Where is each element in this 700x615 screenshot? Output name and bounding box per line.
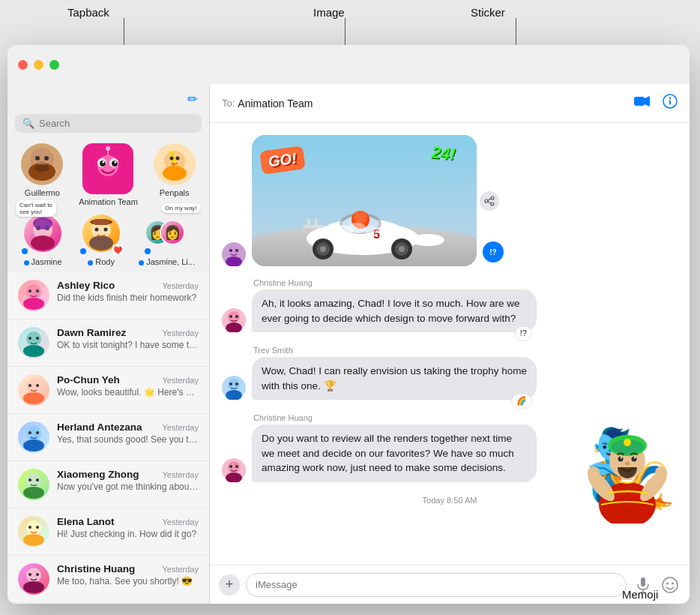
emoji-picker-button[interactable] [660, 574, 681, 596]
pinned-contact-jasmine-li[interactable]: On my way! 👩 👩 Jasmine, Li... [139, 212, 195, 266]
image-message-container: 5 [222, 135, 504, 266]
24h-sticker: 24! [431, 143, 456, 165]
svg-rect-86 [303, 225, 324, 228]
tapback-annotation-label: Tapback [67, 6, 109, 19]
svg-point-123 [625, 462, 630, 466]
svg-point-50 [23, 487, 44, 499]
trev-sender-label: Trev Smith [253, 346, 537, 355]
xiaomeng-name: Xiaomeng Zhong [57, 469, 139, 480]
christine-conv-preview: Me too, haha. See you shortly! 😎 [57, 575, 199, 588]
conv-item-herland[interactable]: Herland Antezana Yesterday Yes, that sou… [7, 414, 209, 461]
svg-point-99 [229, 315, 232, 318]
herland-preview: Yes, that sounds good! See you then. [57, 434, 199, 446]
conv-item-elena[interactable]: Elena Lanot Yesterday Hi! Just checking … [7, 508, 209, 556]
svg-point-55 [28, 526, 31, 529]
tapback-badge-17: !? [515, 326, 532, 341]
christine-msg-1-row: Ah, it looks amazing, Chad! I love it so… [222, 290, 537, 332]
christine-conv-avatar [18, 563, 49, 595]
info-icon[interactable] [663, 94, 678, 112]
svg-point-103 [229, 382, 232, 386]
pinned-contact-rody[interactable]: ❤️ Rody [80, 212, 122, 266]
svg-point-28 [89, 236, 113, 250]
svg-rect-61 [634, 97, 645, 106]
svg-point-32 [104, 228, 108, 232]
guillermo-name: Guillermo [25, 188, 60, 197]
svg-point-118 [624, 439, 631, 446]
svg-point-15 [106, 146, 110, 151]
add-attachment-button[interactable]: + [219, 574, 240, 596]
penpals-avatar [154, 143, 196, 185]
svg-point-93 [485, 200, 488, 202]
rody-unread-dot [80, 248, 86, 254]
conv-item-ashley[interactable]: Ashley Rico Yesterday Did the kids finis… [7, 272, 209, 320]
elena-info: Elena Lanot Yesterday Hi! Just checking … [57, 516, 199, 541]
ashley-preview: Did the kids finish their homework? [57, 292, 199, 304]
svg-point-38 [23, 345, 44, 357]
elena-time: Yesterday [162, 518, 199, 526]
svg-point-46 [23, 440, 44, 452]
svg-point-31 [95, 228, 99, 232]
share-button[interactable] [480, 191, 499, 211]
svg-point-92 [491, 196, 494, 200]
trev-msg-group: Trev Smith Wow, Chad! [222, 346, 537, 400]
ashley-avatar [18, 280, 49, 311]
video-call-icon[interactable] [634, 95, 651, 111]
close-button[interactable] [18, 60, 28, 70]
dawn-avatar [18, 327, 49, 358]
search-bar[interactable]: 🔍 [15, 114, 202, 133]
trev-avatar [222, 376, 246, 400]
svg-point-100 [235, 315, 238, 318]
christine-conv-time: Yesterday [162, 565, 199, 574]
pinned-contact-guillermo[interactable]: Guillermo [21, 143, 63, 206]
svg-point-90 [348, 223, 366, 233]
svg-point-121 [621, 457, 622, 458]
svg-rect-64 [669, 100, 671, 105]
conv-item-xiaomeng[interactable]: Xiaomeng Zhong Yesterday Now you've got … [7, 461, 209, 508]
pochun-name: Po-Chun Yeh [57, 374, 120, 386]
christine-avatar-2 [222, 458, 246, 482]
compose-button[interactable]: ✏ [185, 92, 200, 106]
conv-item-dawn[interactable]: Dawn Ramirez Yesterday OK to visit tonig… [7, 320, 209, 367]
svg-rect-88 [315, 219, 318, 228]
tapback-rainbow-badge: 🌈 [511, 394, 532, 409]
christine-msg-1-text: Ah, it looks amazing, Chad! I love it so… [262, 298, 519, 324]
content-area: ✏ 🔍 [7, 84, 690, 604]
svg-point-106 [226, 472, 242, 482]
ashley-time: Yesterday [162, 281, 199, 290]
svg-point-44 [36, 384, 39, 387]
herland-info: Herland Antezana Yesterday Yes, that sou… [57, 422, 199, 446]
svg-point-20 [169, 157, 173, 160]
maximize-button[interactable] [49, 60, 59, 70]
svg-line-96 [488, 201, 491, 202]
svg-point-34 [23, 298, 44, 310]
trev-msg-text: Wow, Chad! I can really envision us taki… [262, 365, 527, 392]
svg-point-67 [226, 256, 242, 266]
svg-point-21 [175, 157, 179, 160]
message-input[interactable] [246, 573, 627, 597]
conv-item-pochun[interactable]: Po-Chun Yeh Yesterday Wow, looks beautif… [7, 367, 209, 414]
conv-item-christine[interactable]: Christine Huang Yesterday Me too, haha. … [7, 556, 209, 603]
search-input[interactable] [39, 118, 194, 129]
penpals-name: Penpals [160, 188, 190, 197]
pinned-contact-penpals[interactable]: Penpals [154, 143, 196, 206]
pinned-contact-animation-team[interactable]: Animation Team [79, 143, 138, 206]
svg-point-122 [634, 457, 636, 458]
jasmine-unread-dot [22, 248, 28, 254]
minimize-button[interactable] [34, 60, 43, 70]
svg-point-69 [235, 249, 238, 252]
elena-preview: Hi! Just checking in. How did it go? [57, 528, 199, 541]
svg-point-127 [663, 578, 678, 592]
svg-point-104 [235, 382, 238, 386]
svg-line-95 [488, 198, 491, 200]
memoji-annotation-label: Memoji [622, 588, 658, 601]
traffic-lights [18, 60, 59, 70]
christine-msg-2-bubble: Do you want to review all the renders to… [252, 424, 537, 482]
guillermo-avatar [21, 143, 63, 185]
christine-msg-2-group: Christine Huang Do yo [222, 413, 537, 482]
svg-point-42 [23, 392, 44, 404]
dawn-time: Yesterday [162, 328, 199, 338]
image-annotation-label: Image [313, 6, 345, 19]
pinned-contact-jasmine[interactable]: Can't wait tosee you! [22, 212, 64, 266]
svg-point-81 [320, 246, 326, 252]
christine-msg-2-text: Do you want to review all the renders to… [262, 433, 514, 473]
